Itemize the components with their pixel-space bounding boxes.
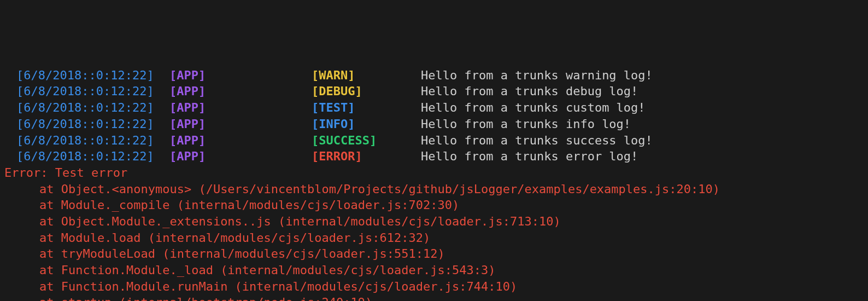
log-source: [APP]: [169, 148, 312, 165]
log-source: [APP]: [169, 83, 312, 100]
stack-frame: at Function.Module.runMain (internal/mod…: [0, 279, 868, 295]
log-source: [APP]: [169, 67, 312, 84]
log-source: [APP]: [169, 100, 312, 116]
log-timestamp: [6/8/2018::0:12:22]: [16, 67, 169, 84]
log-level: [SUCCESS]: [312, 132, 421, 149]
stack-frame: at Function.Module._load (internal/modul…: [0, 262, 868, 279]
log-source: [APP]: [169, 132, 312, 149]
log-timestamp: [6/8/2018::0:12:22]: [16, 100, 169, 116]
log-line: [6/8/2018::0:12:22][APP][INFO]Hello from…: [0, 116, 868, 132]
log-timestamp: [6/8/2018::0:12:22]: [16, 116, 169, 132]
stack-frame: at tryModuleLoad (internal/modules/cjs/l…: [0, 246, 868, 262]
stack-frame: at Object.Module._extensions..js (intern…: [0, 213, 868, 230]
log-timestamp: [6/8/2018::0:12:22]: [16, 132, 169, 149]
log-message: Hello from a trunks warning log!: [421, 68, 653, 82]
stack-frame: at Object.<anonymous> (/Users/vincentblo…: [0, 181, 868, 198]
log-line: [6/8/2018::0:12:22][APP][WARN]Hello from…: [0, 67, 868, 84]
log-line: [6/8/2018::0:12:22][APP][SUCCESS]Hello f…: [0, 132, 868, 149]
log-level: [DEBUG]: [312, 83, 421, 100]
console-output: [6/8/2018::0:12:22][APP][WARN]Hello from…: [0, 67, 868, 301]
log-level: [ERROR]: [312, 148, 421, 165]
log-timestamp: [6/8/2018::0:12:22]: [16, 83, 169, 100]
log-message: Hello from a trunks error log!: [421, 149, 638, 163]
log-line: [6/8/2018::0:12:22][APP][ERROR]Hello fro…: [0, 148, 868, 165]
log-message: Hello from a trunks debug log!: [421, 84, 638, 98]
log-timestamp: [6/8/2018::0:12:22]: [16, 148, 169, 165]
stack-frame: at Module._compile (internal/modules/cjs…: [0, 197, 868, 213]
stack-frame: at Module.load (internal/modules/cjs/loa…: [0, 230, 868, 246]
log-message: Hello from a trunks success log!: [421, 134, 653, 147]
log-message: Hello from a trunks custom log!: [421, 101, 646, 114]
log-level: [INFO]: [312, 116, 421, 132]
log-message: Hello from a trunks info log!: [421, 117, 631, 131]
log-level: [TEST]: [312, 100, 421, 116]
stack-frame: at startup (internal/bootstrap/node.js:2…: [0, 294, 868, 301]
log-line: [6/8/2018::0:12:22][APP][DEBUG]Hello fro…: [0, 83, 868, 100]
log-source: [APP]: [169, 116, 312, 132]
log-level: [WARN]: [312, 67, 421, 84]
error-header: Error: Test error: [0, 165, 868, 181]
log-line: [6/8/2018::0:12:22][APP][TEST]Hello from…: [0, 100, 868, 116]
